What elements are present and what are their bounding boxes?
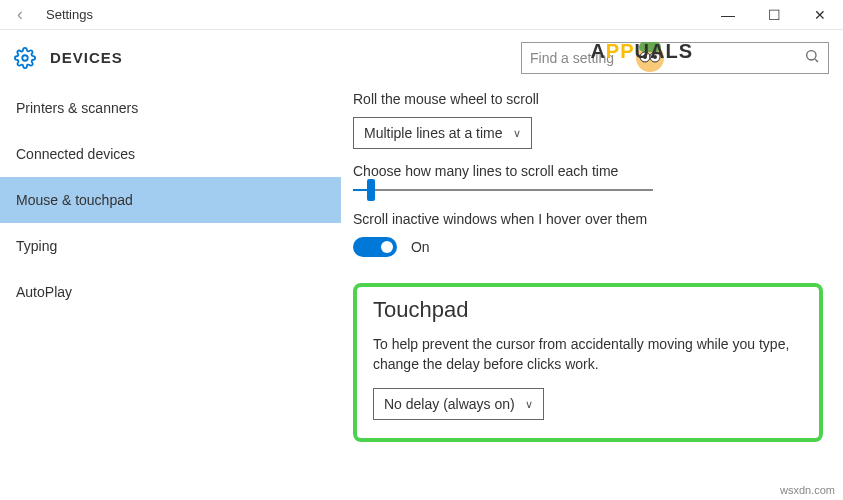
- maximize-button[interactable]: ☐: [751, 0, 797, 30]
- touchpad-delay-dropdown[interactable]: No delay (always on) ∨: [373, 388, 544, 420]
- inactive-toggle[interactable]: [353, 237, 397, 257]
- window-title: Settings: [40, 7, 705, 22]
- close-button[interactable]: ✕: [797, 0, 843, 30]
- lines-label: Choose how many lines to scroll each tim…: [353, 163, 823, 179]
- header: DEVICES Find a setting: [0, 30, 843, 85]
- svg-point-0: [22, 55, 28, 61]
- inactive-label: Scroll inactive windows when I hover ove…: [353, 211, 823, 227]
- touchpad-heading: Touchpad: [373, 297, 803, 323]
- touchpad-section: Touchpad To help prevent the cursor from…: [353, 283, 823, 442]
- attribution: wsxdn.com: [780, 484, 835, 496]
- sidebar: Printers & scanners Connected devices Mo…: [0, 85, 341, 500]
- minimize-button[interactable]: —: [705, 0, 751, 30]
- lines-slider[interactable]: [353, 189, 653, 191]
- titlebar: ‹ Settings — ☐ ✕: [0, 0, 843, 30]
- content: Roll the mouse wheel to scroll Multiple …: [341, 85, 843, 500]
- slider-thumb[interactable]: [367, 179, 375, 201]
- sidebar-item-connected[interactable]: Connected devices: [0, 131, 341, 177]
- sidebar-item-mouse[interactable]: Mouse & touchpad: [0, 177, 341, 223]
- watermark: APPUALS: [590, 40, 693, 63]
- search-icon: [804, 48, 820, 67]
- scroll-label: Roll the mouse wheel to scroll: [353, 91, 823, 107]
- sidebar-item-autoplay[interactable]: AutoPlay: [0, 269, 341, 315]
- scroll-dropdown[interactable]: Multiple lines at a time ∨: [353, 117, 532, 149]
- window-controls: — ☐ ✕: [705, 0, 843, 30]
- chevron-down-icon: ∨: [513, 127, 521, 140]
- toggle-state: On: [411, 239, 430, 255]
- scroll-dropdown-value: Multiple lines at a time: [364, 125, 503, 141]
- touchpad-description: To help prevent the cursor from accident…: [373, 335, 803, 374]
- svg-point-1: [807, 51, 816, 60]
- svg-line-2: [815, 59, 818, 62]
- back-button[interactable]: ‹: [0, 4, 40, 25]
- sidebar-item-printers[interactable]: Printers & scanners: [0, 85, 341, 131]
- gear-icon: [14, 47, 36, 69]
- page-title: DEVICES: [50, 49, 521, 66]
- chevron-down-icon: ∨: [525, 398, 533, 411]
- sidebar-item-typing[interactable]: Typing: [0, 223, 341, 269]
- touchpad-delay-value: No delay (always on): [384, 396, 515, 412]
